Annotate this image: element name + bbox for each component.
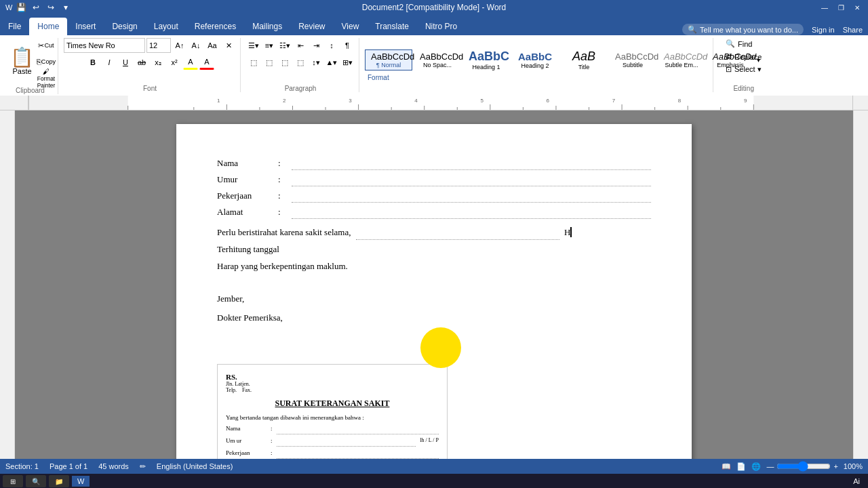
tab-design[interactable]: Design [104,18,145,35]
language-info: English (United States) [157,462,233,471]
replace-icon: ⇄ [726,52,732,61]
document-area[interactable]: Nama : Umur : Pekerjaan : [15,110,853,459]
find-button[interactable]: 🔍 Find [722,38,766,49]
shrink-font-button[interactable]: A↓ [189,38,203,53]
svg-rect-1 [128,96,754,110]
paste-button[interactable]: 📋 Paste [7,41,37,82]
underline-button[interactable]: U [118,55,133,70]
subscript-button[interactable]: x₂ [151,55,165,70]
dots-pekerjaan [292,190,651,203]
line-spacing-button[interactable]: ↕▾ [309,55,323,70]
cut-button[interactable]: ✂ Cut [39,38,54,53]
tell-me-input[interactable]: 🔍 Tell me what you want to do... [682,24,804,35]
style-normal[interactable]: AaBbCcDd ¶ Normal [365,49,412,70]
zoom-slider[interactable]: — + [766,461,837,472]
read-mode-button[interactable]: 📖 [722,462,731,471]
numbering-button[interactable]: ≡▾ [262,38,277,53]
embedded-document: RS. Jln. Latjen. Telp. Fax. SURAT KETERA… [217,364,448,459]
status-bar: Section: 1 Page 1 of 1 45 words ✏ Englis… [0,459,868,474]
document-page[interactable]: Nama : Umur : Pekerjaan : [176,124,692,459]
style-subtle-em-preview: AaBbCcDd [664,52,699,62]
sign-in-button[interactable]: Sign in [812,26,835,34]
minimize-button[interactable]: — [819,2,830,13]
close-button[interactable]: ✕ [852,2,863,13]
style-h1-preview: AaBbC [469,49,504,64]
borders-button[interactable]: ⊞▾ [340,55,355,70]
superscript-button[interactable]: x² [167,55,182,70]
word-count: 45 words [98,462,129,471]
print-layout-button[interactable]: 📄 [736,462,746,471]
tab-translate[interactable]: Translate [367,18,417,35]
strikethrough-button[interactable]: ab [134,55,149,70]
web-layout-button[interactable]: 🌐 [751,462,761,471]
decrease-indent-button[interactable]: ⇤ [293,38,308,53]
font-name-input[interactable] [64,38,145,53]
increase-indent-button[interactable]: ⇥ [309,38,323,53]
align-right-button[interactable]: ⬚ [277,55,292,70]
taskbar-ai-label[interactable]: Ai [848,477,865,485]
align-left-button[interactable]: ⬚ [246,55,261,70]
bullets-button[interactable]: ☰▾ [246,38,261,53]
svg-text:5: 5 [480,98,484,104]
taskbar-word-button[interactable]: W [72,476,90,487]
style-subtitle[interactable]: AaBbCcDd Subtitle [609,49,656,70]
tab-mailings[interactable]: Mailings [244,18,290,35]
embedded-rs: RS. Jln. Latjen. Telp. Fax. [226,373,252,393]
style-heading2[interactable]: AaBbC Heading 2 [511,49,559,71]
embedded-nama: Nama : [226,425,439,434]
style-title[interactable]: AaB Title [560,47,608,73]
text-highlight-button[interactable]: A [183,55,198,70]
save-button[interactable]: 💾 [15,1,27,14]
shading-button[interactable]: ▲▾ [324,55,339,70]
bold-button[interactable]: B [85,55,100,70]
style-subtle-em[interactable]: AaBbCcDd Subtle Em... [658,49,705,70]
tab-review[interactable]: Review [290,18,333,35]
document-content: Nama : Umur : Pekerjaan : [217,158,651,459]
sort-button[interactable]: ↕ [324,38,339,53]
undo-button[interactable]: ↩ [30,1,42,14]
style-heading1[interactable]: AaBbC Heading 1 [462,47,510,73]
tab-view[interactable]: View [334,18,368,35]
font-color-button[interactable]: A [199,55,214,70]
tab-file[interactable]: File [0,18,29,35]
format-styles-button[interactable]: Format [365,73,709,83]
clear-format-button[interactable]: ✕ [221,38,236,53]
tab-references[interactable]: References [186,18,244,35]
show-hide-button[interactable]: ¶ [340,38,355,53]
tab-layout[interactable]: Layout [146,18,186,35]
center-button[interactable]: ⬚ [262,55,277,70]
replace-button[interactable]: ⇄ Replace [722,51,766,62]
search-button[interactable]: 🔍 [26,475,46,487]
justify-button[interactable]: ⬚ [293,55,308,70]
group-clipboard: 📋 Paste ✂ Cut ⎘ Copy 🖌 Format Painter Cl… [3,38,58,94]
customize-qat-button[interactable]: ▾ [60,1,72,14]
file-explorer-button[interactable]: 📁 [49,475,69,487]
zoom-level: 100% [844,462,863,470]
embedded-title: SURAT KETERANGAN SAKIT [226,399,439,409]
svg-text:8: 8 [678,98,682,104]
label-umur: Umur [217,174,271,185]
share-button[interactable]: Share [843,26,863,34]
ruler: 1 2 3 4 5 6 7 8 9 [0,96,868,110]
format-painter-button[interactable]: 🖌 Format Painter [39,70,54,85]
svg-text:9: 9 [744,98,747,104]
multilevel-button[interactable]: ☷▾ [277,38,292,53]
italic-button[interactable]: I [102,55,117,70]
font-size-input[interactable] [146,38,171,53]
tab-home[interactable]: Home [29,18,67,35]
select-button[interactable]: ⊡ Select ▾ [722,64,766,75]
style-no-space[interactable]: AaBbCcDd No Spac... [414,49,461,70]
zoom-range[interactable] [776,461,831,472]
redo-button[interactable]: ↪ [45,1,57,14]
grow-font-button[interactable]: A↑ [172,38,187,53]
svg-text:3: 3 [349,98,352,104]
restore-button[interactable]: ❐ [835,2,846,13]
tab-nitro[interactable]: Nitro Pro [417,18,465,35]
change-case-button[interactable]: Aa [205,38,220,53]
clipboard-secondary: ✂ Cut ⎘ Copy 🖌 Format Painter [39,38,54,85]
start-button[interactable]: ⊞ [3,475,23,487]
page-info: Page 1 of 1 [50,462,87,471]
find-icon: 🔍 [726,39,735,48]
yellow-circle-decoration [420,327,461,368]
tab-insert[interactable]: Insert [67,18,104,35]
